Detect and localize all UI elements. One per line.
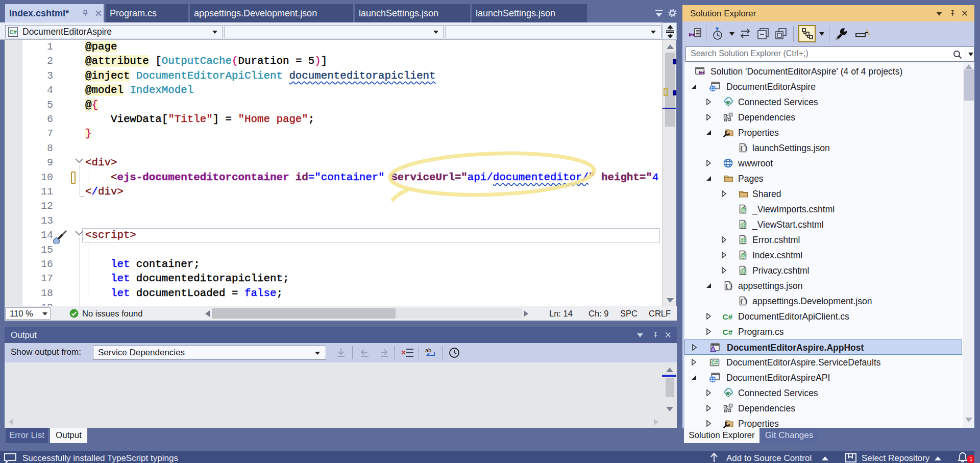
svg-text:C#: C# [9, 29, 16, 35]
svg-text:ab: ab [425, 347, 431, 353]
